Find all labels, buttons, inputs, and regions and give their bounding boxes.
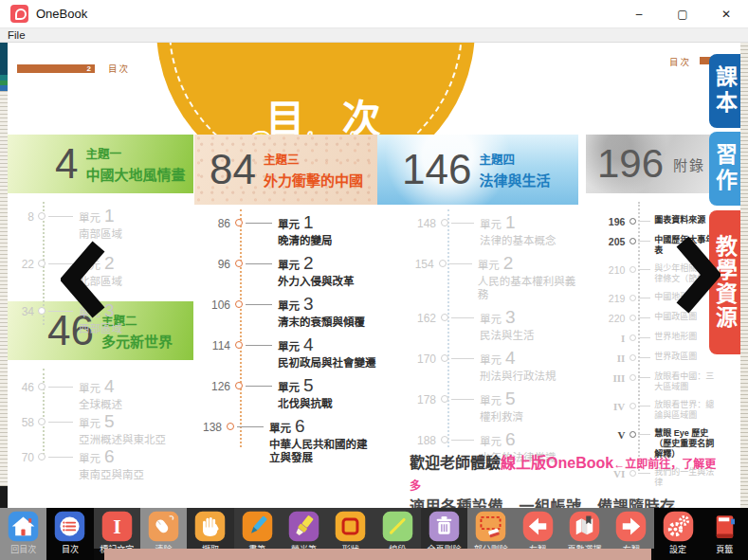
toc-unit-row[interactable]: 148 單元1 法律的基本概念	[408, 214, 578, 247]
toolbar-highlighter-button[interactable]: 螢光筆	[281, 508, 327, 549]
line-icon	[381, 510, 414, 543]
menubar: File	[0, 28, 748, 43]
side-tab-1[interactable]: 習作	[709, 132, 740, 206]
side-tab-0[interactable]: 課本	[709, 54, 740, 128]
appendix-row[interactable]: III 放眼看中國：三大區域圖	[586, 371, 716, 392]
next-page-chevron-icon[interactable]	[673, 235, 721, 318]
unit-number: 4	[505, 348, 516, 368]
theme-banner-4[interactable]: 146 主題四 法律與生活	[377, 135, 578, 205]
unit-number: 6	[104, 446, 115, 466]
theme-page-number: 84	[210, 149, 256, 190]
unit-marker-circle-icon	[38, 307, 46, 315]
unit-title: 中華人民共和國的建立與發展	[269, 438, 377, 464]
appendix-marker-circle-icon	[629, 238, 636, 244]
unit-title: 東南亞與南亞	[79, 468, 144, 481]
unit-page-number: 170	[408, 350, 436, 366]
theme-title: 中國大地風情畫	[85, 164, 185, 184]
toc-unit-row[interactable]: 162 單元3 民法與生活	[408, 309, 578, 342]
home-icon	[7, 510, 40, 543]
bookmark-icon	[708, 510, 741, 543]
maximize-button[interactable]: ▢	[661, 0, 704, 28]
previous-page-chevron-icon[interactable]	[61, 240, 108, 323]
minimize-button[interactable]: –	[617, 0, 661, 28]
appendix-title: 附錄	[673, 154, 705, 174]
toolbar-shape-button[interactable]: 形狀	[327, 508, 374, 549]
unit-marker-circle-icon	[441, 436, 448, 443]
toc-unit-row[interactable]: 70 單元6 東南亞與南亞	[8, 448, 193, 481]
toolbar-hand-button[interactable]: 擷取	[187, 508, 233, 549]
toc-unit-row[interactable]: 8 單元1 南部區域	[8, 208, 193, 241]
appendix-marker-circle-icon	[629, 295, 636, 301]
unit-list-theme-3: 86 單元1 晚清的變局 96 單元2 外力入侵與改革 106 單元3 清末的衰…	[194, 208, 377, 472]
unit-connector-line	[237, 426, 264, 427]
appendix-item-page: 220	[586, 312, 625, 324]
theme-page-number: 4	[55, 143, 78, 185]
appendix-item-page: 205	[586, 235, 625, 247]
tool-label: 設定	[669, 543, 686, 555]
appendix-connector-line	[638, 357, 650, 358]
toolbar-pen-button[interactable]: 畫筆	[234, 508, 281, 549]
eraser-icon	[147, 510, 180, 543]
appendix-row[interactable]: I 世界地形圖	[586, 332, 716, 344]
theme-banner-1[interactable]: 4 主題一 中國大地風情畫	[8, 135, 193, 193]
appendix-item-title: 世界政區圖	[654, 352, 716, 362]
unit-number: 4	[303, 334, 314, 354]
toc-unit-row[interactable]: 106 單元3 清末的衰頹與傾覆	[194, 296, 377, 329]
page-number: 2	[87, 64, 91, 73]
toolbar-toc-button[interactable]: 目次	[46, 508, 93, 560]
toc-unit-row[interactable]: 138 單元6 中華人民共和國的建立與發展	[194, 418, 377, 464]
toc-unit-row[interactable]: 178 單元5 權利救濟	[408, 390, 578, 424]
toc-unit-row[interactable]: 96 單元2 外力入侵與改革	[194, 255, 377, 288]
titlebar: OneBook – ▢ ✕	[0, 0, 748, 28]
toolbar-partial-erase-button[interactable]: 部分刪除	[467, 508, 514, 549]
toolbar-line-button[interactable]: 線段	[374, 508, 421, 549]
unit-page-number: 70	[8, 448, 34, 464]
appendix-row[interactable]: 196 圖表資料來源	[586, 215, 716, 227]
appendix-item-page: IV	[586, 400, 625, 412]
unit-title: 人民的基本權利與義務	[478, 275, 578, 301]
unit-page-number: 138	[194, 418, 222, 434]
unit-connector-line	[48, 422, 73, 423]
appendix-row[interactable]: IV 放眼看世界：總論與區域圖	[586, 400, 716, 421]
toolbar-arrow-left-button[interactable]: 左翻	[514, 508, 560, 549]
toolbar-home-button[interactable]: 回目次	[0, 508, 46, 560]
appendix-item-title: 世界地形圖	[654, 332, 716, 342]
appendix-banner[interactable]: 196 附錄	[586, 135, 716, 193]
shape-icon	[334, 510, 367, 543]
toolbar-text-mark-button[interactable]: 標記文字	[94, 508, 140, 549]
toc-unit-row[interactable]: 114 單元4 民初政局與社會變遷	[194, 336, 377, 370]
toc-unit-row[interactable]: 170 單元4 刑法與行政法規	[408, 350, 578, 383]
unit-word: 單元	[278, 260, 300, 271]
unit-marker-circle-icon	[235, 260, 243, 267]
toolbar-trash-button[interactable]: 全頁刪除	[421, 508, 467, 549]
appendix-row[interactable]: II 世界政區圖	[586, 352, 716, 364]
toolbar-page-select-button[interactable]: 頁數選擇	[561, 508, 608, 549]
close-button[interactable]: ✕	[704, 0, 748, 28]
unit-title: 刑法與行政法規	[480, 370, 556, 383]
unit-connector-line	[451, 440, 474, 441]
toolbar-gear-button[interactable]: 設定	[654, 508, 701, 560]
unit-page-number: 22	[8, 255, 34, 271]
highlighter-icon	[287, 510, 320, 543]
toc-unit-row[interactable]: 126 單元5 北伐與抗戰	[194, 377, 377, 410]
page-header-label-right: 目次	[669, 55, 691, 68]
appendix-marker-circle-icon	[629, 266, 636, 273]
unit-connector-line	[451, 223, 474, 224]
unit-connector-line	[246, 386, 272, 387]
appendix-marker-circle-icon	[629, 403, 636, 409]
toc-unit-row[interactable]: 46 單元4 全球概述	[8, 378, 193, 411]
window-controls: – ▢ ✕	[617, 0, 748, 28]
unit-number: 5	[505, 388, 516, 408]
unit-title: 西部區域	[79, 322, 122, 335]
toc-unit-row[interactable]: 58 單元5 亞洲概述與東北亞	[8, 413, 193, 446]
promo-link[interactable]: 線上版OneBook	[501, 455, 613, 471]
unit-page-number: 162	[408, 309, 436, 325]
toolbar-arrow-right-button[interactable]: 右翻	[608, 508, 654, 549]
appendix-marker-circle-icon	[629, 218, 636, 225]
menu-file[interactable]: File	[8, 29, 26, 41]
theme-banner-3[interactable]: 84 主題三 外力衝擊的中國	[194, 135, 377, 205]
toc-unit-row[interactable]: 154 單元2 人民的基本權利與義務	[408, 255, 578, 301]
toc-unit-row[interactable]: 86 單元1 晚清的變局	[194, 214, 377, 247]
toolbar-bookmark-button[interactable]: 頁籤	[702, 508, 748, 560]
unit-word: 單元	[278, 341, 300, 352]
